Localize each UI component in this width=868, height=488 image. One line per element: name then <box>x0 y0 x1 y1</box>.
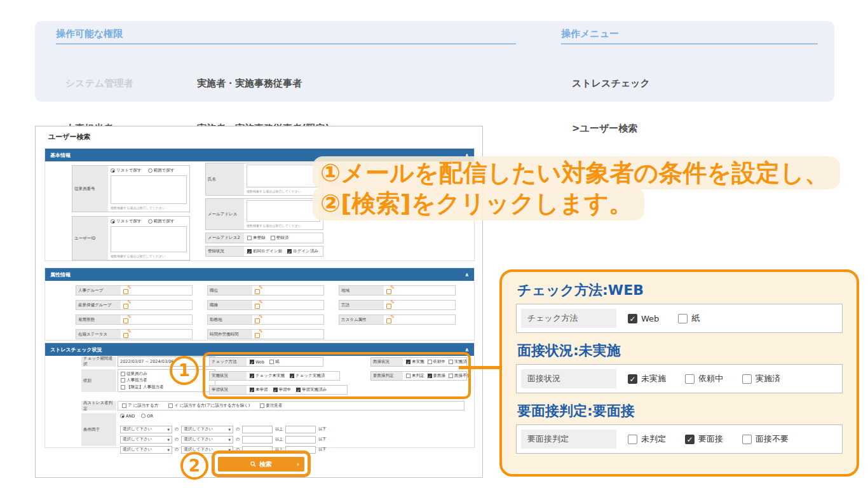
checkbox[interactable] <box>685 435 695 444</box>
checkbox-option[interactable]: Web <box>628 314 659 323</box>
field-registration-status: 登録状況 初回ログイン前 ログイン済み <box>205 246 323 257</box>
checkbox[interactable] <box>678 314 688 323</box>
checkbox-option[interactable]: 登録済 <box>271 235 289 241</box>
checkbox[interactable] <box>121 372 125 376</box>
helper-text: 複数検索する場合は改行してください <box>247 189 320 194</box>
checkbox[interactable] <box>250 360 254 364</box>
checkbox[interactable] <box>406 374 410 378</box>
checkbox-option[interactable]: 紙 <box>269 359 280 365</box>
radio-and[interactable]: AND <box>120 414 135 419</box>
checkbox-option[interactable]: 実施済 <box>742 373 780 384</box>
radio-or[interactable]: OR <box>141 414 153 419</box>
checkbox-option[interactable]: 【限定】人事担当者 <box>121 384 212 390</box>
checkbox-option[interactable]: 未判定 <box>628 433 666 445</box>
radio-range-search[interactable]: 範囲で探す <box>148 168 175 173</box>
checkbox[interactable] <box>628 435 637 444</box>
checkbox[interactable] <box>247 249 252 254</box>
checkbox-option[interactable]: 学習中 <box>273 387 292 393</box>
checkbox-option[interactable]: 要面接 <box>685 433 723 445</box>
checkbox[interactable] <box>122 403 126 408</box>
checkbox[interactable] <box>628 314 637 323</box>
collapse-chevron-icon[interactable]: ∧ <box>465 347 470 353</box>
checkbox[interactable] <box>269 360 274 364</box>
checkbox[interactable] <box>628 374 637 384</box>
edit-icon[interactable]: ✎ <box>123 302 130 309</box>
field-label-high-stress: 高ストレス者判定 <box>81 401 116 410</box>
edit-icon[interactable]: ✎ <box>386 302 393 309</box>
edit-icon[interactable]: ✎ <box>386 287 393 294</box>
checkbox-option[interactable]: 面接不要 <box>449 373 471 379</box>
radio[interactable] <box>111 168 115 173</box>
checkbox[interactable] <box>247 236 252 240</box>
checkbox-option[interactable]: 未実施 <box>406 359 424 365</box>
checkbox[interactable] <box>290 374 294 378</box>
radio-range-search[interactable]: 範囲で探す <box>148 219 175 224</box>
checkbox-label: 面接不要 <box>454 373 471 379</box>
checkbox-label: Web <box>641 314 659 323</box>
mail-textarea[interactable] <box>247 200 320 222</box>
radio-list-search[interactable]: リストで探す <box>111 219 142 224</box>
checkbox-label: 紙 <box>275 359 280 365</box>
radio[interactable] <box>148 219 153 224</box>
period-select[interactable]: 2022/03/07 ~ 2024/03/06▼ <box>118 356 215 367</box>
checkbox-option[interactable]: チェック未実施 <box>250 373 285 379</box>
checkbox-option[interactable]: 依頼中 <box>428 359 446 365</box>
edit-icon[interactable]: ✎ <box>255 331 262 338</box>
checkbox-option[interactable]: イ に該当する方(アに該当する方を除く) <box>168 403 250 409</box>
checkbox-option[interactable]: 要注意者 <box>260 403 282 409</box>
checkbox-option[interactable]: 面接不要 <box>742 433 789 445</box>
checkbox-option[interactable]: 初回ログイン前 <box>247 248 282 254</box>
checkbox[interactable] <box>742 374 752 384</box>
checkbox-option[interactable]: ログイン済み <box>287 248 318 254</box>
checkbox[interactable] <box>260 403 264 408</box>
checkbox[interactable] <box>287 249 292 254</box>
checkbox-option[interactable]: 人事担当者 <box>121 377 212 383</box>
radio[interactable] <box>148 168 153 173</box>
checkbox-option[interactable]: 未判定 <box>406 373 424 379</box>
checkbox-option[interactable]: チェック実施済 <box>290 373 325 379</box>
radio[interactable] <box>120 414 125 418</box>
factor-select[interactable]: 選択して下さい▼ <box>120 446 172 454</box>
edit-icon[interactable]: ✎ <box>255 287 262 294</box>
checkbox-option[interactable]: 紙 <box>678 313 700 324</box>
field-label: 職位 <box>208 286 252 295</box>
checkbox-option[interactable]: ア に該当する方 <box>122 403 158 409</box>
checkbox[interactable] <box>250 374 254 378</box>
checkbox[interactable] <box>449 360 453 364</box>
radio-list-search[interactable]: リストで探す <box>111 168 142 173</box>
checkbox[interactable] <box>121 378 125 383</box>
radio[interactable] <box>111 219 115 224</box>
checkbox[interactable] <box>250 388 254 392</box>
checkbox-option[interactable]: Web <box>250 360 264 365</box>
name-textarea[interactable] <box>247 165 320 187</box>
edit-icon[interactable]: ✎ <box>255 302 262 309</box>
checkbox[interactable] <box>428 374 432 378</box>
radio[interactable] <box>141 414 146 418</box>
checkbox[interactable] <box>296 388 301 392</box>
checkbox[interactable] <box>742 435 752 444</box>
user-id-textarea[interactable] <box>111 226 187 252</box>
checkbox[interactable] <box>449 374 453 378</box>
checkbox-option[interactable]: 要面接 <box>428 373 446 379</box>
checkbox[interactable] <box>271 236 275 240</box>
employee-number-textarea[interactable] <box>111 175 187 204</box>
checkbox[interactable] <box>121 385 125 390</box>
checkbox[interactable] <box>273 388 278 392</box>
edit-icon[interactable]: ✎ <box>123 287 130 294</box>
checkbox-option[interactable]: 未実施 <box>628 373 666 384</box>
checkbox-option[interactable]: 未登録 <box>247 235 266 241</box>
checkbox-option[interactable]: 未学習 <box>250 387 268 393</box>
checkbox-option[interactable]: 実施済 <box>449 359 467 365</box>
collapse-chevron-icon[interactable]: ∧ <box>465 272 470 278</box>
edit-icon[interactable]: ✎ <box>386 316 393 323</box>
checkbox-option[interactable]: 依頼中 <box>685 373 723 384</box>
edit-icon[interactable]: ✎ <box>123 331 130 338</box>
checkbox[interactable] <box>685 374 695 384</box>
checkbox-option[interactable]: 学習実施済み <box>296 387 327 393</box>
field-label: 言語 <box>339 301 384 309</box>
edit-icon[interactable]: ✎ <box>123 316 130 323</box>
checkbox[interactable] <box>168 403 173 408</box>
checkbox[interactable] <box>406 360 410 364</box>
checkbox[interactable] <box>428 360 432 364</box>
edit-icon[interactable]: ✎ <box>255 316 262 323</box>
